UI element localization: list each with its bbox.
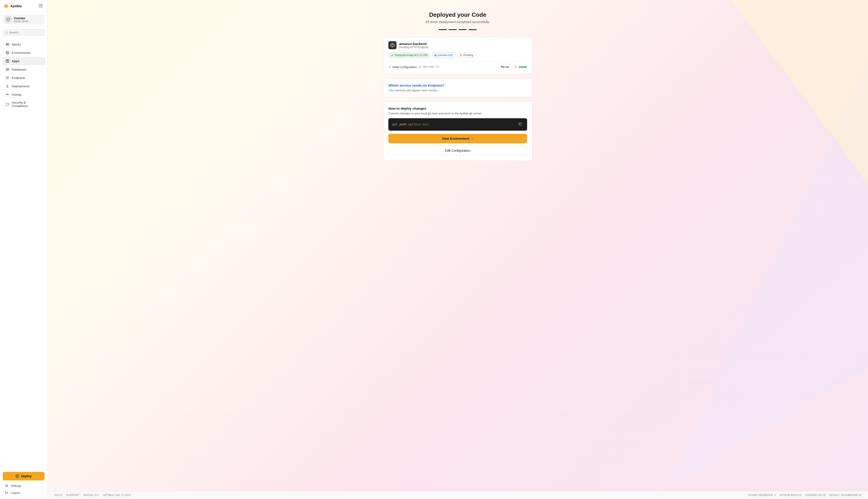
progress-segment-3 xyxy=(459,29,467,30)
search-input[interactable] xyxy=(9,31,42,34)
main-inner: Deployed your Code All done! Deployment … xyxy=(379,0,537,174)
legacy-dashboard-label: LEGACY DASHBOARD xyxy=(829,494,858,497)
copy-id-button[interactable] xyxy=(436,65,439,69)
code-branch: main xyxy=(422,123,430,126)
svg-rect-12 xyxy=(6,45,9,45)
sidebar-item-logout[interactable]: Logout xyxy=(3,489,45,496)
sidebar-item-stacks[interactable]: Stacks xyxy=(2,40,46,48)
box-icon xyxy=(5,59,10,63)
sidebar-item-apps[interactable]: Apps xyxy=(2,57,46,65)
svg-rect-9 xyxy=(7,20,9,20)
footer-legacy-dashboard-link[interactable]: LEGACY DASHBOARD xyxy=(829,494,861,497)
svg-line-37 xyxy=(800,494,801,495)
sidebar-item-endpoints[interactable]: Endpoints xyxy=(2,74,46,82)
svg-marker-30 xyxy=(663,61,868,491)
org-selector[interactable]: Youtube Kishan Sheth xyxy=(3,14,45,24)
search-icon xyxy=(5,31,8,34)
hamburger-button[interactable] xyxy=(38,3,44,9)
endpoint-title-suffix: ? xyxy=(442,83,444,87)
deployed-badge-label: Deployed today at 5:23 PM xyxy=(395,53,427,57)
globe-small-icon xyxy=(434,54,437,57)
search-section xyxy=(0,27,47,38)
deployment-row: Initial configuration ID: 58677682 Re-ru… xyxy=(388,61,527,70)
endpoint-title-link[interactable]: Endpoint xyxy=(428,83,442,87)
brand-name: Aptible xyxy=(10,4,22,8)
copy-icon xyxy=(436,65,439,68)
endpoint-title-prefix: Which service needs an xyxy=(388,83,428,87)
copy-code-button[interactable] xyxy=(518,121,523,127)
svg-rect-4 xyxy=(39,5,43,6)
svg-line-11 xyxy=(7,33,8,34)
pending-badge: Pending xyxy=(457,52,476,58)
external-link-icon-3 xyxy=(859,494,861,496)
svg-point-21 xyxy=(6,68,9,69)
sidebar-item-settings[interactable]: Settings xyxy=(3,482,45,489)
logout-icon xyxy=(5,491,8,495)
globe-icon xyxy=(5,51,10,55)
sidebar-item-activity[interactable]: Activity xyxy=(2,90,46,99)
svg-rect-7 xyxy=(7,19,8,20)
org-info: Youtube Kishan Sheth xyxy=(14,16,28,23)
svg-rect-8 xyxy=(8,19,9,20)
svg-marker-29 xyxy=(595,0,868,491)
env-badge[interactable]: youtube-a32 xyxy=(432,52,456,58)
sidebar-item-databases[interactable]: Databases xyxy=(2,65,46,73)
code-command: push xyxy=(399,123,406,126)
progress-segment-2 xyxy=(449,29,457,30)
edit-configuration-button[interactable]: Edit Configuration xyxy=(388,146,527,156)
deployment-name: Initial configuration xyxy=(393,65,417,69)
footer-share-feedback-link[interactable]: SHARE FEEDBACK xyxy=(748,494,776,497)
duration: 2s xyxy=(514,65,517,69)
page-title: Deployed your Code xyxy=(383,11,532,18)
footer-github-link[interactable]: GITHUB REPO xyxy=(780,494,802,497)
rerun-button[interactable]: Re-run xyxy=(498,64,512,70)
app-info: amazon-backend Pending HTTP Endpoint xyxy=(399,42,429,49)
deployed-badge: Deployed today at 5:23 PM xyxy=(388,52,430,58)
deployment-actions: Re-run 2s DONE xyxy=(498,64,527,70)
endpoint-icon xyxy=(5,76,10,80)
settings-icon xyxy=(5,484,8,487)
external-link-icon-1 xyxy=(799,494,801,496)
footer-support-link[interactable]: SUPPORT xyxy=(66,494,79,497)
sidebar-item-apps-label: Apps xyxy=(12,60,20,63)
svg-rect-5 xyxy=(39,7,43,7)
sidebar-bottom: Deploy Settings Logout xyxy=(0,469,47,499)
progress-segment-4 xyxy=(469,29,477,30)
app-name: amazon-backend xyxy=(399,42,429,46)
footer-install-cli-link[interactable]: INSTALL CLI xyxy=(83,494,99,497)
footer-left-links: DOCS SUPPORT INSTALL CLI APTIBLE, INC. ©… xyxy=(54,494,131,497)
view-environment-button[interactable]: View Environment → xyxy=(388,134,527,143)
org-logo-icon xyxy=(6,17,10,21)
sidebar-item-deployments[interactable]: Deployments xyxy=(2,82,46,90)
deployment-label: Initial configuration ID: 58677682 xyxy=(388,65,439,69)
chevron-down-small-icon xyxy=(774,494,776,496)
github-label: GITHUB REPO xyxy=(780,494,798,497)
sidebar-item-security[interactable]: Security & Compliance xyxy=(2,99,46,110)
cube-icon xyxy=(390,43,395,48)
deploy-button[interactable]: Deploy xyxy=(3,472,45,480)
footer-changelog-link[interactable]: CHANGELOG xyxy=(805,494,826,497)
page-subtitle: All done! Deployment completed successfu… xyxy=(383,20,532,24)
copy-code-icon xyxy=(519,122,522,126)
pending-badge-label: Pending xyxy=(463,53,473,57)
footer-docs-link[interactable]: DOCS xyxy=(54,494,62,497)
svg-rect-14 xyxy=(6,44,9,44)
external-link-icon-2 xyxy=(823,494,826,496)
code-block: git push aptible main xyxy=(388,118,527,131)
aptible-logo-icon xyxy=(4,4,9,9)
refresh-icon xyxy=(460,54,462,57)
sidebar-item-stacks-label: Stacks xyxy=(12,43,21,46)
org-name: Youtube xyxy=(14,16,28,20)
changelog-label: CHANGELOG xyxy=(805,494,822,497)
env-badge-label: youtube-a32 xyxy=(438,53,453,57)
sidebar-item-environments[interactable]: Environments xyxy=(2,49,46,57)
sidebar-item-endpoints-label: Endpoints xyxy=(12,76,25,80)
endpoint-card-title: Which service needs an Endpoint? xyxy=(388,83,527,87)
endpoint-card: Which service needs an Endpoint? Your se… xyxy=(383,78,532,97)
app-card: amazon-backend Pending HTTP Endpoint Dep… xyxy=(383,37,532,74)
logout-label: Logout xyxy=(11,491,20,495)
search-wrap xyxy=(3,29,45,36)
done-badge: DONE xyxy=(519,65,527,69)
menu-icon xyxy=(39,4,43,7)
settings-label: Settings xyxy=(11,484,21,487)
